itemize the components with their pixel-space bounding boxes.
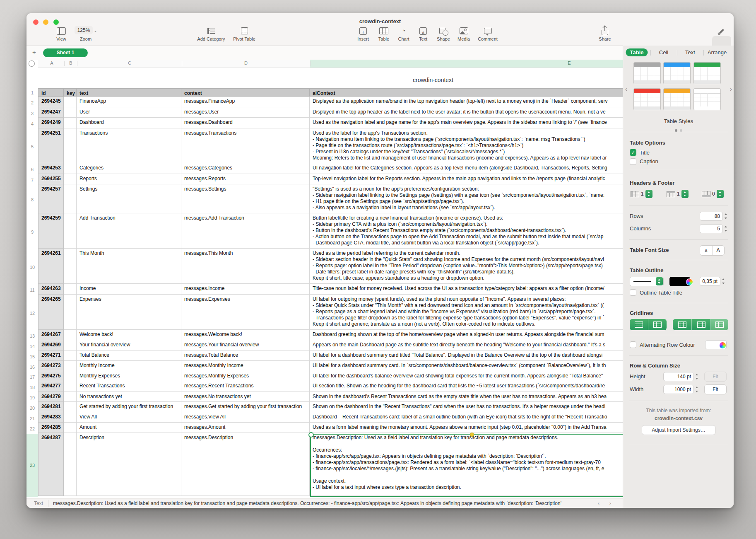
cell-key[interactable] xyxy=(64,330,77,340)
header-context[interactable]: context xyxy=(181,88,310,97)
cell-id[interactable]: 2694281 xyxy=(38,402,64,412)
cell-text[interactable]: Dashboard xyxy=(77,118,181,128)
cell-key[interactable] xyxy=(64,174,77,184)
cell-aicontext[interactable]: Dashboard – Recent Transactions card: la… xyxy=(310,412,623,423)
gridlines-header-column-button[interactable] xyxy=(673,319,692,330)
header-id[interactable]: id xyxy=(38,88,64,97)
cell-text[interactable]: This Month xyxy=(77,249,181,284)
styles-prev-icon[interactable]: ‹ xyxy=(625,85,627,92)
font-larger-icon[interactable]: A xyxy=(713,246,725,255)
spreadsheet-canvas[interactable]: A B C D E 123456789101112131415161718192… xyxy=(26,60,623,498)
cell-text[interactable]: Add Transaction xyxy=(77,213,181,249)
row-number[interactable]: 3 xyxy=(26,108,38,118)
row-number[interactable]: 20 xyxy=(26,403,38,413)
font-size-segment[interactable]: AA xyxy=(700,245,725,256)
cell-text[interactable]: View All xyxy=(77,412,181,423)
table-row[interactable]: 2694253Categoriesmessages.CategoriesUI n… xyxy=(38,163,623,174)
cell-aicontext[interactable]: Shown on the dashboard in the "Recent Tr… xyxy=(310,402,623,412)
sheet-tab[interactable]: Sheet 1 xyxy=(43,48,88,57)
cell-key[interactable] xyxy=(64,392,77,402)
cell-aicontext[interactable]: Title-case noun label for money received… xyxy=(310,284,623,295)
row-number[interactable]: 4 xyxy=(26,118,38,129)
table-header-row[interactable]: id key text context aiContext xyxy=(38,88,623,97)
cell-id[interactable]: 2694255 xyxy=(38,174,64,184)
row-number[interactable]: 12 xyxy=(26,295,38,331)
column-header-strip[interactable]: A B C D E xyxy=(38,60,623,68)
pivot-table-button[interactable]: Pivot Table xyxy=(224,26,265,41)
table-style-thumbnail[interactable] xyxy=(633,88,661,110)
cell-aicontext[interactable]: "Settings" is used as a noun for the app… xyxy=(310,184,623,213)
organise-button[interactable]: Organise xyxy=(725,26,734,41)
footer-rows-stepper[interactable]: 0 xyxy=(702,190,724,198)
table-style-thumbnail[interactable] xyxy=(663,62,691,84)
add-sheet-button[interactable]: + xyxy=(32,48,36,56)
cell-context[interactable]: messages.FinanceApp xyxy=(181,97,310,107)
cell-id[interactable]: 2694283 xyxy=(38,412,64,423)
cell-context[interactable]: messages.View All xyxy=(181,412,310,423)
table-row[interactable]: 2694275Monthly Expensesmessages.Monthly … xyxy=(38,371,623,381)
columns-stepper-icon[interactable] xyxy=(724,225,728,233)
cell-id[interactable]: 2694245 xyxy=(38,97,64,107)
cell-text[interactable]: Welcome back! xyxy=(77,330,181,340)
caption-checkbox[interactable] xyxy=(630,158,636,165)
cell-aicontext[interactable]: Displayed as the application name/brand … xyxy=(310,97,623,107)
cell-id[interactable]: 2694263 xyxy=(38,284,64,295)
cell-aicontext[interactable]: UI label for outgoing money (spent funds… xyxy=(310,295,623,330)
table-title[interactable]: crowdin-context xyxy=(38,70,623,88)
row-number[interactable]: 13 xyxy=(26,331,38,341)
cell-context[interactable]: messages.Transactions xyxy=(181,128,310,163)
cell-aicontext[interactable]: Used as the navigation label and page na… xyxy=(310,118,623,128)
alternating-row-colour-wheel-icon[interactable] xyxy=(719,342,726,349)
row-number[interactable]: 17 xyxy=(26,372,38,382)
outline-color-wheel-icon[interactable] xyxy=(686,278,693,285)
cell-context[interactable]: messages.Reports xyxy=(181,174,310,184)
row-number[interactable]: 23 xyxy=(26,434,38,497)
gridlines-header-row-button[interactable] xyxy=(692,319,711,330)
table-row[interactable]: 2694265Expensesmessages.ExpensesUI label… xyxy=(38,295,623,330)
cell-text[interactable]: FinanceApp xyxy=(77,97,181,107)
cell-text[interactable]: Transactions xyxy=(77,128,181,163)
table-row[interactable]: 2694261This Monthmessages.This MonthUsed… xyxy=(38,249,623,284)
cell-context[interactable]: messages.Amount xyxy=(181,423,310,433)
cell-id[interactable]: 2694273 xyxy=(38,361,64,371)
selection-fill-handle-icon[interactable] xyxy=(470,433,474,437)
cell-text[interactable]: User xyxy=(77,107,181,118)
cell-aicontext[interactable]: Used as the label for the app's Transact… xyxy=(310,128,623,163)
cell-text[interactable]: Your financial overview xyxy=(77,340,181,350)
row-number[interactable]: 8 xyxy=(26,185,38,214)
cell-aicontext[interactable]: Used as a time period label referring to… xyxy=(310,249,623,284)
cell-aicontext[interactable]: Shown in the dashboard's Recent Transact… xyxy=(310,392,623,402)
cell-key[interactable] xyxy=(64,381,77,392)
cell-context[interactable]: messages.Your financial overview xyxy=(181,340,310,350)
cell-id[interactable]: 2694287 xyxy=(38,433,64,496)
cell-key[interactable] xyxy=(64,213,77,249)
width-stepper-icon[interactable] xyxy=(695,385,699,394)
cell-text[interactable]: Total Balance xyxy=(77,350,181,361)
cell-context[interactable]: messages.Expenses xyxy=(181,295,310,330)
rows-stepper-icon[interactable] xyxy=(724,212,728,220)
row-number[interactable]: 15 xyxy=(26,351,38,362)
height-fit-button[interactable]: Fit xyxy=(704,372,727,382)
header-aicontext[interactable]: aiContext xyxy=(310,88,623,97)
cell-aicontext[interactable]: UI label for the dashboard's balance ove… xyxy=(310,371,623,381)
outline-width-input[interactable]: 0,35 pt xyxy=(700,277,720,286)
row-number[interactable]: 1 xyxy=(26,88,38,97)
column-letter-e[interactable]: E xyxy=(568,60,571,65)
row-number[interactable]: 6 xyxy=(26,164,38,175)
cell-key[interactable] xyxy=(64,184,77,213)
header-key[interactable]: key xyxy=(64,88,77,97)
column-letter-b[interactable]: B xyxy=(69,60,72,65)
comment-button[interactable]: Comment xyxy=(467,26,508,41)
table-style-thumbnail[interactable] xyxy=(693,88,721,110)
zoom-value[interactable]: 125% xyxy=(75,26,93,34)
table-row[interactable]: 2694273Monthly Incomemessages.Monthly In… xyxy=(38,361,623,371)
header-text[interactable]: text xyxy=(77,88,181,97)
column-letter-a[interactable]: A xyxy=(50,60,53,65)
cell-aicontext[interactable]: Top-level navigation label for the Repor… xyxy=(310,174,623,184)
table-row[interactable]: 2694285Amountmessages.AmountUsed as a fo… xyxy=(38,423,623,433)
cell-key[interactable] xyxy=(64,107,77,118)
cell-context[interactable]: messages.Categories xyxy=(181,163,310,174)
table-row[interactable]: 2694271Total Balancemessages.Total Balan… xyxy=(38,350,623,361)
cell-id[interactable]: 2694247 xyxy=(38,107,64,118)
table-row[interactable]: 2694249Dashboardmessages.DashboardUsed a… xyxy=(38,118,623,128)
